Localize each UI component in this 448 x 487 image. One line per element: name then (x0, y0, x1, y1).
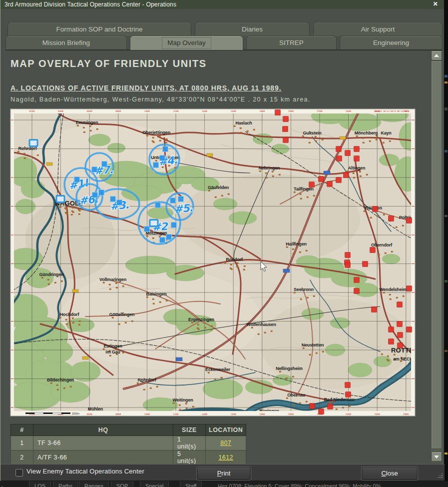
map-town-label: Obernau (287, 392, 305, 398)
background-toolbar-item[interactable]: LOS (29, 481, 51, 487)
map-town-label: Gündringen (39, 272, 64, 277)
map-town-buildings (376, 136, 378, 137)
map-town-buildings (251, 327, 253, 328)
enemy-unit-marker (328, 404, 333, 410)
cell-num: 1 (11, 436, 33, 450)
background-toolbar-item[interactable]: Staff (180, 481, 202, 487)
map-grid-tick: 0600 (87, 413, 92, 416)
map-town-buildings (272, 171, 274, 172)
enemy-unit-marker (354, 156, 360, 162)
map-town-label: Eutingen (104, 344, 122, 348)
map-town-buildings (353, 172, 355, 174)
map-town-buildings (185, 403, 187, 404)
map-grid-tick: 1400 (202, 110, 207, 112)
enemy-unit-marker (310, 404, 315, 409)
map-corner-label: NAGOLD 48°33'00"N 08°44'00"E (374, 110, 410, 112)
tab-diaries[interactable]: Diaries (195, 22, 310, 36)
scroll-up-button[interactable] (431, 50, 442, 60)
tab-engineering[interactable]: Engineering (340, 36, 443, 50)
tab-formation-sop[interactable]: Formation SOP and Doctrine (7, 22, 191, 36)
map-town-label: Rohrdorf (138, 378, 157, 382)
enemy-unit-marker (370, 248, 376, 253)
enemy-unit-marker (283, 126, 288, 132)
close-window-icon[interactable]: ✕ (432, 0, 439, 9)
tab-air-support[interactable]: Air Support (313, 22, 443, 36)
map-grid-tick: 1400 (202, 413, 207, 416)
map-town-buildings (122, 352, 124, 354)
friendly-unit-marker (170, 198, 176, 204)
map-town-buildings (286, 378, 288, 379)
map-town-buildings (299, 402, 301, 404)
table-header-row: # HQ SIZE LOCATION (11, 424, 246, 436)
map-town-buildings (96, 128, 98, 130)
close-button[interactable]: Close (362, 467, 418, 480)
map-town-buildings (143, 389, 145, 390)
tab-mission-briefing[interactable]: Mission Briefing (5, 36, 127, 50)
map-grid-tick: 2000 (288, 413, 294, 416)
map-town-buildings (109, 284, 111, 286)
resize-grip-icon[interactable] (442, 477, 443, 478)
map-town-buildings (359, 171, 361, 172)
col-location: LOCATION (206, 424, 246, 436)
background-toolbar-item[interactable]: Ranges (79, 481, 109, 487)
map-town-buildings (173, 402, 175, 404)
print-button[interactable]: Print (197, 467, 251, 480)
col-hq: HQ (33, 424, 173, 436)
map-town-buildings (83, 132, 85, 133)
map-town-buildings (103, 348, 105, 350)
map-town-buildings (65, 319, 67, 320)
enemy-unit-marker (337, 156, 342, 162)
map-grid-tick: 0800 (115, 413, 121, 416)
enemy-unit-marker (354, 278, 360, 283)
map-town-buildings (309, 142, 311, 144)
table-row: 2A/TF 3-665 unit(s)1612 (11, 450, 246, 465)
titlebar[interactable]: 3rd Armoured Division Tactical Operation… (0, 0, 444, 9)
map-grid-tick: 0800 (115, 110, 121, 112)
enemy-unit-marker (407, 218, 412, 224)
background-toolbar-item[interactable]: SOP (111, 481, 133, 487)
map-town-buildings (152, 298, 154, 300)
map-town-buildings (103, 282, 105, 284)
map-grid-tick: 0600 (87, 110, 92, 112)
map-town-buildings (307, 297, 309, 298)
friendly-unit-marker (92, 167, 97, 172)
map-grid-tick: 2000 (288, 110, 294, 112)
background-toolbar-item[interactable]: Paths (53, 481, 78, 487)
map-town-label: Neustetten (302, 342, 324, 348)
tab-sitrep[interactable]: SITREP (246, 36, 337, 50)
friendly-unit-marker (166, 234, 172, 240)
map-town-label: Vollmaringen (99, 277, 126, 282)
location-link[interactable]: 807 (220, 440, 231, 446)
map-town-label: Seebronn (294, 287, 314, 292)
map-town-buildings (234, 126, 236, 127)
map-town-buildings (116, 287, 118, 288)
map-town-buildings (208, 372, 210, 374)
map-town-buildings (64, 208, 66, 209)
map-town-buildings (156, 386, 158, 388)
map-town-buildings (186, 408, 188, 409)
map-town-buildings (122, 286, 124, 287)
friendly-unit-marker (171, 222, 177, 228)
location-link[interactable]: 1612 (218, 454, 233, 461)
tactical-map[interactable]: EmmingenOberjettingenRohrdorfUnterjettin… (10, 109, 415, 416)
scroll-down-button[interactable] (431, 452, 442, 462)
map-town-buildings (83, 127, 85, 128)
view-enemy-toc-checkbox[interactable] (15, 469, 23, 476)
map-town-buildings (159, 140, 161, 142)
section-title: A. LOCATIONS OF ACTIVE FRIENDLY UNITS, A… (10, 84, 282, 92)
svg-text:2000m: 2000m (72, 412, 79, 415)
enemy-unit-marker (283, 138, 289, 143)
map-town-buildings (247, 130, 249, 132)
map-town-buildings (403, 296, 405, 297)
enemy-unit-marker (363, 262, 368, 267)
map-town-buildings (211, 326, 213, 327)
map-town-buildings (387, 356, 389, 357)
scrollbar-thumb[interactable] (431, 60, 442, 449)
background-toolbar-item[interactable]: Special (140, 481, 169, 487)
map-town-buildings (66, 324, 68, 325)
friendly-unit-marker (117, 200, 122, 206)
tab-map-overlay[interactable]: Map Overlay (130, 36, 243, 50)
map-town-label: Mühlen (88, 406, 103, 412)
map-town-buildings (253, 129, 255, 130)
col-num: # (11, 424, 33, 436)
